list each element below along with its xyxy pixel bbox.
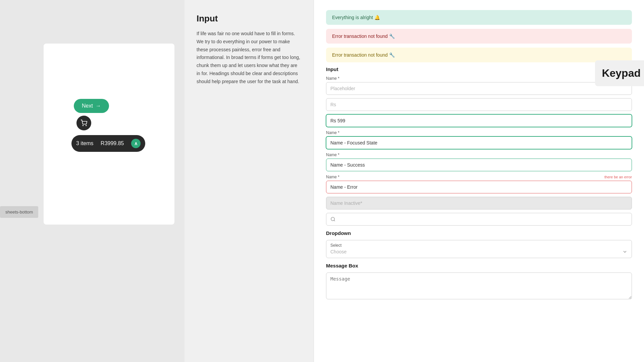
alert-green-text: Everything is alright 🔔 (332, 15, 380, 20)
svg-point-2 (331, 217, 334, 221)
arrow-right-icon (96, 103, 101, 109)
sheets-bottom-label: sheets-bottom (0, 206, 38, 218)
message-section-title: Message Box (326, 263, 632, 268)
name-error-input[interactable] (326, 181, 632, 193)
name-label: Name * (326, 76, 632, 81)
alert-yellow: Error transaction not found 🔧 (326, 48, 632, 62)
svg-line-3 (334, 220, 335, 221)
alert-red-text: Error transaction not found 🔧 (332, 34, 395, 39)
middle-panel: Input If life was fair no one would have… (184, 0, 314, 362)
dropdown-wrap[interactable]: Select Choose (326, 240, 632, 258)
dropdown-section: Dropdown Select Choose (326, 230, 632, 258)
name-input[interactable] (326, 82, 632, 95)
name-input-group: Name * (326, 76, 632, 95)
cart-items-count: 3 items (76, 140, 94, 146)
name-success-label: Name * (326, 153, 632, 157)
chevron-down-icon (622, 249, 628, 254)
svg-point-0 (83, 125, 84, 126)
next-button[interactable]: Next (74, 99, 109, 113)
name-success-input[interactable] (326, 159, 632, 171)
dropdown-section-title: Dropdown (326, 230, 632, 236)
message-input[interactable] (326, 273, 632, 299)
name-error-input-group: Name * there be an error (326, 175, 632, 193)
input-section-title: Input (326, 66, 632, 72)
left-panel: Next 3 items R3999.85 sheets-bottom (0, 0, 184, 362)
white-card (44, 44, 174, 225)
cart-bar[interactable]: 3 items R3999.85 (71, 135, 145, 152)
page-description: If life was fair no one would have to fi… (197, 30, 302, 86)
name-inactive-input (326, 197, 632, 209)
name-focused-label: Name * (326, 130, 632, 135)
name-inactive-input-group (326, 197, 632, 209)
keypad-label: Keypad (595, 60, 644, 86)
rs-input[interactable] (326, 98, 632, 111)
page-title: Input (197, 13, 302, 24)
alert-red: Error transaction not found 🔧 (326, 29, 632, 44)
name-focused-input[interactable] (326, 136, 632, 149)
chevron-up-button[interactable] (131, 139, 141, 148)
cart-icon (80, 120, 87, 126)
cart-icon-button[interactable] (76, 116, 91, 130)
right-panel: Everything is alright 🔔 Error transactio… (314, 0, 644, 362)
chevron-up-icon (134, 140, 138, 146)
rs-input-group (326, 98, 632, 111)
dropdown-placeholder: Choose (330, 249, 346, 254)
name-error-label: Name * there be an error (326, 175, 632, 179)
svg-point-1 (86, 125, 87, 126)
search-input-wrap[interactable] (326, 213, 632, 226)
cart-price: R3999.85 (101, 140, 124, 146)
search-input[interactable] (338, 217, 628, 222)
rs-focused-input[interactable] (326, 114, 632, 127)
alert-yellow-text: Error transaction not found 🔧 (332, 52, 395, 58)
search-icon (330, 217, 336, 222)
message-box-section: Message Box (326, 263, 632, 301)
rs-focused-input-group (326, 114, 632, 127)
next-button-label: Next (82, 103, 93, 109)
dropdown-label: Select (326, 240, 632, 248)
dropdown-value-row[interactable]: Choose (326, 248, 632, 258)
error-inline-text: there be an error (604, 175, 632, 179)
name-success-input-group: Name * (326, 153, 632, 171)
alert-green: Everything is alright 🔔 (326, 10, 632, 25)
name-focused-input-group: Name * (326, 130, 632, 149)
